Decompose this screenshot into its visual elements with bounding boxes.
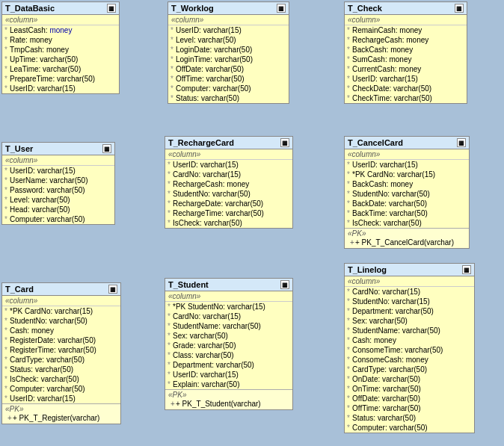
col-row: BackTime: varchar(50): [345, 208, 469, 218]
table-header-T_Worklog: T_Worklog ▦: [168, 2, 289, 15]
table-icon-T_User: ▦: [102, 144, 111, 153]
col-row: Class: varchar(50): [165, 350, 292, 360]
col-row: Status: varchar(50): [345, 413, 474, 423]
col-row: Sex: varchar(50): [165, 331, 292, 341]
col-row: CardNo: varchar(15): [165, 170, 292, 179]
col-row: BackDate: varchar(50): [345, 199, 469, 208]
col-row: RegisterDate: varchar(50): [2, 335, 120, 345]
table-name-T_DataBasic: T_DataBasic: [5, 4, 55, 13]
col-row: Grade: varchar(50): [165, 341, 292, 350]
col-row: Computer: varchar(50): [345, 423, 474, 433]
col-row: Rate: money: [2, 35, 119, 45]
table-T_Check: T_Check ▦ «column» RemainCash: money Rec…: [344, 1, 467, 104]
table-header-T_User: T_User ▦: [2, 143, 114, 155]
col-row: StudentNo: varchar(15): [345, 297, 474, 306]
col-row: LeaTime: varchar(50): [2, 64, 119, 74]
col-row: LeastCash: money: [2, 25, 119, 35]
table-icon-T_Card: ▦: [108, 285, 117, 294]
table-header-T_CancelCard: T_CancelCard ▦: [345, 137, 469, 149]
col-row: CardType: varchar(50): [345, 365, 474, 374]
col-row: *PK CardNo: varchar(15): [345, 170, 469, 179]
table-name-T_RechargeCard: T_RechargeCard: [168, 138, 234, 147]
pk-section-T_Card: «PK» + PK_T_Register(varchar): [2, 403, 120, 424]
col-row: UserID: varchar(15): [2, 84, 119, 93]
col-row: UserID: varchar(15): [165, 370, 292, 380]
col-row: Computer: varchar(50): [168, 84, 289, 93]
col-row: CardType: varchar(50): [2, 355, 120, 365]
col-row: RechargeCash: money: [345, 35, 467, 45]
table-T_Linelog: T_Linelog ▦ «column» CardNo: varchar(15)…: [344, 263, 475, 433]
col-row: RemainCash: money: [345, 25, 467, 35]
col-row: Level: varchar(50): [168, 35, 289, 45]
column-label-T_DataBasic: «column»: [2, 15, 119, 25]
table-icon-T_Check: ▦: [455, 4, 464, 13]
col-row: StudentNo: varchar(50): [165, 189, 292, 199]
col-row: OffTime: varchar(50): [168, 74, 289, 84]
col-row: PrepareTime: varchar(50): [2, 74, 119, 84]
table-header-T_RechargeCard: T_RechargeCard ▦: [165, 137, 292, 149]
table-name-T_Card: T_Card: [5, 285, 34, 294]
pk-value: + PK_T_Student(varchar): [168, 399, 289, 409]
table-icon-T_Worklog: ▦: [277, 4, 286, 13]
col-row: *PK StudentNo: varchar(15): [165, 302, 292, 312]
col-row: RegisterTime: varchar(50): [2, 345, 120, 355]
col-row: BackCash: money: [345, 179, 469, 189]
table-name-T_User: T_User: [5, 144, 33, 153]
col-row: LoginDate: varchar(50): [168, 45, 289, 55]
col-row: Department: varchar(50): [345, 306, 474, 316]
col-row: Password: varchar(50): [2, 185, 114, 195]
column-label-T_CancelCard: «column»: [345, 149, 469, 160]
col-row: UserID: varchar(15): [345, 160, 469, 170]
pk-value: + PK_T_Register(varchar): [5, 413, 117, 423]
pk-label: «PK»: [5, 405, 117, 413]
col-row: RechargeDate: varchar(50): [165, 199, 292, 208]
column-label-T_Check: «column»: [345, 15, 467, 25]
column-label-T_Card: «column»: [2, 296, 120, 306]
table-T_User: T_User ▦ «column» UserID: varchar(15) Us…: [1, 142, 115, 225]
column-label-T_Student: «column»: [165, 291, 292, 302]
col-row: UserID: varchar(15): [2, 166, 114, 176]
col-row: Level: varchar(50): [2, 195, 114, 205]
pk-value: + PK_T_CancelCard(varchar): [348, 238, 466, 247]
col-row: Computer: varchar(50): [2, 384, 120, 394]
col-row: IsCheck: varchar(50): [345, 218, 469, 228]
table-icon-T_RechargeCard: ▦: [280, 138, 289, 147]
table-T_Card: T_Card ▦ «column» *PK CardNo: varchar(15…: [1, 282, 121, 424]
pk-label: «PK»: [348, 229, 466, 238]
col-row: OffTime: varchar(50): [345, 403, 474, 413]
table-T_Student: T_Student ▦ «column» *PK StudentNo: varc…: [165, 278, 293, 410]
col-row: ConsomeTime: varchar(50): [345, 345, 474, 355]
col-row: OffDate: varchar(50): [345, 394, 474, 403]
pk-section-T_Student: «PK» + PK_T_Student(varchar): [165, 389, 292, 409]
col-row: *PK CardNo: varchar(15): [2, 306, 120, 316]
col-row: TmpCash: money: [2, 45, 119, 55]
column-label-T_RechargeCard: «column»: [165, 149, 292, 160]
col-row: Sex: varchar(50): [345, 316, 474, 326]
col-row: ConsomeCash: money: [345, 355, 474, 365]
pk-section-T_CancelCard: «PK» + PK_T_CancelCard(varchar): [345, 228, 469, 248]
table-header-T_Student: T_Student ▦: [165, 279, 292, 291]
col-row: RechargeTime: varchar(50): [165, 208, 292, 218]
col-row: CheckTime: varchar(50): [345, 93, 467, 103]
table-header-T_Linelog: T_Linelog ▦: [345, 264, 474, 276]
col-row: Computer: varchar(50): [2, 214, 114, 224]
col-row: CardNo: varchar(15): [345, 287, 474, 297]
col-row: IsCheck: varchar(50): [165, 218, 292, 228]
table-icon-T_Linelog: ▦: [462, 265, 471, 274]
col-row: UserID: varchar(15): [168, 25, 289, 35]
table-icon-T_DataBasic: ▦: [107, 4, 116, 13]
col-row: StudentNo: varchar(50): [345, 189, 469, 199]
table-name-T_Linelog: T_Linelog: [348, 265, 387, 274]
table-name-T_Check: T_Check: [348, 4, 382, 13]
column-label-T_User: «column»: [2, 155, 114, 166]
col-row: UserID: varchar(15): [345, 74, 467, 84]
col-row: StudentNo: varchar(50): [2, 316, 120, 326]
col-row: CurrentCash: money: [345, 64, 467, 74]
column-label-T_Linelog: «column»: [345, 276, 474, 287]
col-row: StudentName: varchar(50): [165, 321, 292, 331]
col-row: UserID: varchar(15): [165, 160, 292, 170]
table-name-T_Worklog: T_Worklog: [171, 4, 214, 13]
col-row: CardNo: varchar(15): [165, 312, 292, 321]
col-row: Status: varchar(50): [168, 93, 289, 103]
col-row: RechargeCash: money: [165, 179, 292, 189]
